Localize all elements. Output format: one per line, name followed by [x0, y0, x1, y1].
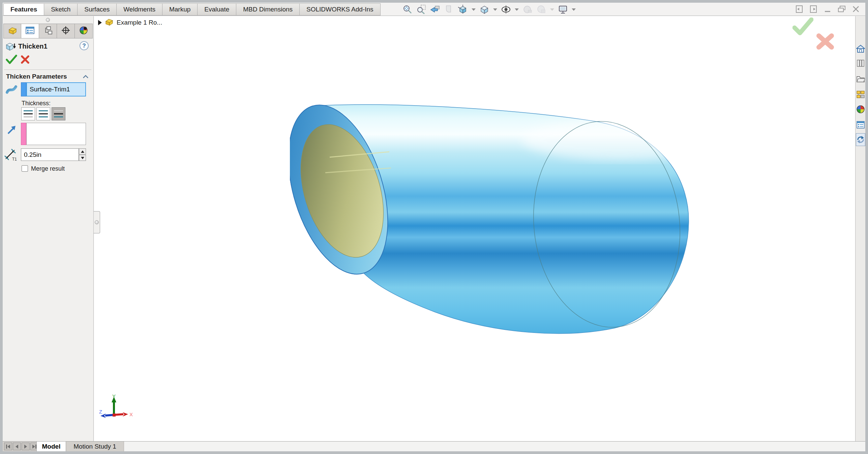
tab-mbd-dimensions[interactable]: MBD Dimensions — [236, 3, 300, 16]
section-view-icon[interactable] — [444, 4, 454, 15]
spinner-up-icon[interactable] — [79, 148, 86, 154]
model-tab[interactable]: Model — [36, 442, 66, 451]
tab-solidworks-addins[interactable]: SOLIDWORKS Add-Ins — [300, 3, 381, 16]
tab-weldments[interactable]: Weldments — [117, 3, 162, 16]
apply-scene-icon[interactable] — [536, 4, 547, 15]
apply-scene-dropdown-icon[interactable] — [550, 8, 554, 11]
tab-sketch-label: Sketch — [51, 6, 70, 13]
spinner-down-icon[interactable] — [79, 155, 86, 161]
featuremanager-tree-icon — [7, 26, 18, 36]
confirm-cancel-overlay-icon[interactable] — [816, 33, 834, 51]
minimize-icon[interactable] — [823, 4, 832, 14]
tab-markup[interactable]: Markup — [162, 3, 198, 16]
graphics-viewport[interactable]: Example 1 Ro... — [94, 16, 855, 441]
thicken-both-sides-glyph — [39, 110, 48, 111]
thicken-parameters-group-header[interactable]: Thicken Parameters — [3, 72, 93, 81]
model-3d[interactable] — [290, 101, 694, 339]
tab-evaluate-label: Evaluate — [204, 6, 229, 13]
group-title: Thicken Parameters — [6, 73, 67, 80]
close-icon[interactable] — [851, 4, 861, 14]
selection-color-bar — [21, 82, 26, 96]
panel-grip-handle[interactable] — [46, 18, 50, 22]
hide-show-items-icon[interactable] — [501, 4, 511, 15]
collapse-right-icon[interactable] — [809, 4, 818, 14]
thickness-value-input[interactable] — [21, 148, 79, 161]
thickness-option-buttons — [21, 107, 65, 120]
surface-icon — [5, 84, 18, 97]
collapse-left-icon[interactable] — [795, 4, 804, 14]
part-icon — [104, 18, 114, 28]
home-icon[interactable] — [856, 42, 865, 55]
direction-arrow-icon — [6, 125, 17, 137]
section-divider — [4, 69, 91, 70]
propertymanager-icon — [25, 26, 35, 36]
view-palette-icon[interactable] — [856, 88, 865, 101]
thicken-both-sides-button[interactable] — [36, 107, 50, 120]
sheet-tab-strip: Model Motion Study 1 — [3, 442, 124, 451]
tab-markup-label: Markup — [169, 6, 190, 13]
triad-z-label: Z — [99, 409, 102, 415]
tab-weldments-label: Weldments — [123, 6, 155, 13]
status-bar: Model Motion Study 1 — [3, 441, 865, 451]
motion-study-tab[interactable]: Motion Study 1 — [66, 442, 124, 451]
propertymanager-tab[interactable] — [21, 24, 39, 38]
appearances-icon[interactable] — [856, 103, 865, 116]
splitter-grip-icon — [95, 220, 99, 224]
confirm-ok-overlay-icon[interactable] — [792, 18, 813, 38]
dimxpertmanager-tab[interactable] — [57, 24, 75, 38]
zoom-to-area-icon[interactable] — [416, 4, 427, 15]
restore-icon[interactable] — [837, 4, 846, 14]
view-settings-icon[interactable] — [558, 4, 568, 15]
view-orientation-icon[interactable] — [457, 4, 468, 15]
featuremanager-tree-tab[interactable] — [3, 24, 21, 38]
main-content: Thicken1 ? Thicken Parameters — [3, 16, 865, 441]
collapse-chevron-icon[interactable] — [83, 75, 88, 78]
file-explorer-icon[interactable] — [856, 73, 865, 85]
view-settings-dropdown-icon[interactable] — [572, 8, 576, 11]
command-manager-bar: Features Sketch Surfaces Weldments Marku… — [3, 3, 865, 16]
triad-y-label: Y — [112, 393, 116, 399]
cancel-button[interactable] — [20, 55, 30, 66]
panel-splitter-handle[interactable] — [94, 211, 100, 233]
view-orientation-dropdown-icon[interactable] — [472, 8, 476, 11]
merge-result-checkbox[interactable] — [22, 165, 28, 172]
flyout-feature-tree: Example 1 Ro... — [98, 18, 162, 28]
thicken-side1-button[interactable] — [21, 107, 35, 120]
custom-properties-icon[interactable] — [856, 118, 865, 131]
configurationmanager-tab[interactable] — [39, 24, 57, 38]
previous-view-icon[interactable] — [430, 4, 441, 15]
model-tab-label: Model — [42, 443, 61, 450]
triad-x-label: X — [129, 412, 133, 417]
forum-refresh-icon[interactable] — [856, 133, 865, 146]
task-pane-strip — [855, 16, 865, 441]
next-tab-icon[interactable] — [22, 443, 30, 450]
edit-appearance-icon[interactable] — [522, 4, 533, 15]
thickness-value-row: T1 — [3, 148, 93, 162]
surface-selection-row — [3, 82, 93, 98]
tab-surfaces[interactable]: Surfaces — [78, 3, 117, 16]
surface-selection-field[interactable] — [26, 82, 86, 96]
display-style-dropdown-icon[interactable] — [493, 8, 497, 11]
tab-features[interactable]: Features — [3, 3, 44, 16]
motion-study-tab-label: Motion Study 1 — [73, 443, 116, 450]
thicken-side2-button[interactable] — [52, 107, 65, 120]
displaymanager-tab[interactable] — [75, 24, 93, 38]
first-tab-icon[interactable] — [4, 443, 12, 450]
dimxpertmanager-icon — [61, 26, 71, 36]
headsup-view-toolbar — [402, 4, 576, 15]
tab-sketch[interactable]: Sketch — [44, 3, 78, 16]
display-style-icon[interactable] — [479, 4, 490, 15]
tab-evaluate[interactable]: Evaluate — [198, 3, 236, 16]
design-library-icon[interactable] — [856, 57, 865, 69]
previous-tab-icon[interactable] — [13, 443, 21, 450]
panel-tabs — [3, 24, 93, 38]
t1-subscript: T1 — [12, 157, 17, 162]
zoom-to-fit-icon[interactable] — [402, 4, 413, 15]
flyout-expand-icon[interactable] — [98, 20, 102, 25]
solidworks-window: Features Sketch Surfaces Weldments Marku… — [0, 0, 868, 454]
hide-show-dropdown-icon[interactable] — [515, 8, 519, 11]
document-name[interactable]: Example 1 Ro... — [117, 19, 162, 26]
direction-selection-box[interactable] — [26, 123, 86, 145]
help-button[interactable]: ? — [80, 41, 89, 50]
ok-button[interactable] — [5, 54, 18, 66]
